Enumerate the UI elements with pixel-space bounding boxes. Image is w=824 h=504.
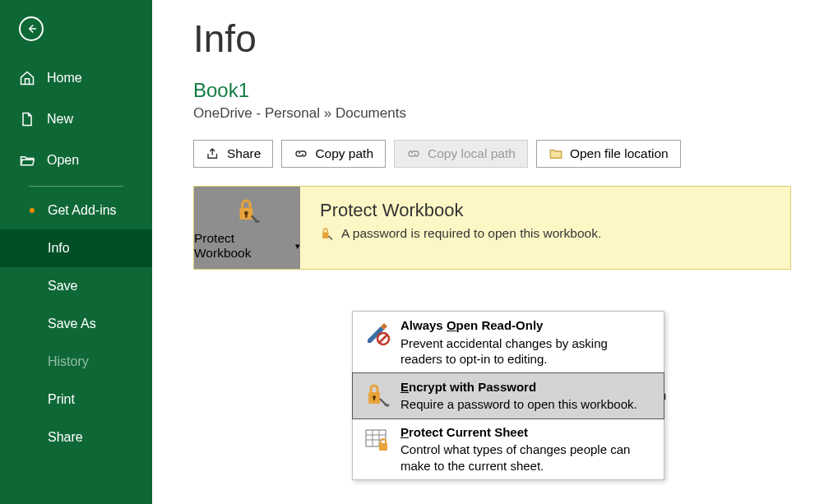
protect-workbook-dropdown: Always Open Read-Only Prevent accidental… <box>352 311 664 480</box>
lock-key-icon <box>364 381 391 408</box>
svg-rect-3 <box>322 233 329 239</box>
page-title: Info <box>193 16 791 61</box>
sidebar-item-label: Save As <box>48 317 96 331</box>
dropdown-item-title: Protect Current Sheet <box>400 424 652 441</box>
lock-key-icon <box>232 195 263 226</box>
arrow-left-icon <box>24 21 39 36</box>
sidebar-divider <box>29 186 123 187</box>
sidebar-item-label: Print <box>48 392 75 407</box>
sidebar-item-saveas[interactable]: Save As <box>0 305 152 343</box>
dropdown-item-encrypt[interactable]: Encrypt with Password Require a password… <box>352 372 664 419</box>
action-button-row: Share Copy path Copy local path Open fil… <box>193 140 791 168</box>
dropdown-item-desc: Prevent accidental changes by asking rea… <box>400 335 652 368</box>
sidebar-item-label: Info <box>48 241 70 256</box>
sidebar-item-addins[interactable]: Get Add-ins <box>0 192 152 229</box>
home-icon <box>19 70 35 86</box>
button-label: Copy path <box>315 146 373 161</box>
lock-key-small-icon <box>320 226 335 241</box>
sidebar-item-new[interactable]: New <box>0 99 152 140</box>
share-button[interactable]: Share <box>193 140 273 168</box>
protect-workbook-panel: Protect Workbook ▾ Protect Workbook A pa… <box>193 186 791 270</box>
link-icon <box>406 146 421 161</box>
button-label: Open file location <box>570 146 669 161</box>
document-icon <box>19 111 35 127</box>
dropdown-item-desc: Control what types of changes people can… <box>400 442 652 474</box>
sidebar-item-label: History <box>48 354 89 369</box>
dropdown-item-title: Encrypt with Password <box>400 379 637 395</box>
back-button[interactable] <box>19 16 44 41</box>
workbook-name: Book1 <box>193 79 791 102</box>
protect-workbook-button[interactable]: Protect Workbook ▾ <box>194 187 300 269</box>
main-content: Info Book1 OneDrive - Personal » Documen… <box>152 0 824 504</box>
svg-rect-2 <box>245 214 247 218</box>
sidebar-item-label: New <box>47 112 73 127</box>
sidebar-item-label: Save <box>48 279 77 294</box>
svg-rect-9 <box>379 443 387 451</box>
sidebar-item-history[interactable]: History <box>0 343 152 381</box>
dropdown-item-readonly[interactable]: Always Open Read-Only Prevent accidental… <box>353 312 664 373</box>
breadcrumb: OneDrive - Personal » Documents <box>193 105 791 122</box>
sidebar-item-print[interactable]: Print <box>0 381 152 418</box>
sidebar-item-save[interactable]: Save <box>0 267 152 305</box>
sidebar-item-info[interactable]: Info <box>0 229 152 267</box>
link-icon <box>294 146 308 161</box>
share-icon <box>206 146 220 161</box>
protect-title: Protect Workbook <box>320 200 601 221</box>
sidebar-item-label: Open <box>47 153 79 168</box>
dropdown-item-title: Always Open Read-Only <box>400 317 652 334</box>
svg-rect-7 <box>373 397 375 400</box>
sidebar-item-open[interactable]: Open <box>0 140 152 181</box>
sidebar: Home New Open Get Add-ins Info Save Save… <box>0 0 152 504</box>
sidebar-item-label: Share <box>48 430 83 445</box>
sidebar-item-home[interactable]: Home <box>0 58 152 99</box>
sidebar-item-label: Home <box>47 71 82 86</box>
sidebar-item-label: Get Add-ins <box>48 203 117 218</box>
copy-path-button[interactable]: Copy path <box>281 140 386 168</box>
protect-description: A password is required to open this work… <box>341 226 601 241</box>
dropdown-item-desc: Require a password to open this workbook… <box>400 396 637 413</box>
sheet-lock-icon <box>364 427 391 453</box>
folder-icon <box>549 146 563 161</box>
button-label: Share <box>227 146 261 161</box>
sidebar-item-share[interactable]: Share <box>0 418 152 456</box>
dropdown-item-protect-sheet[interactable]: Protect Current Sheet Control what types… <box>353 418 664 480</box>
folder-open-icon <box>19 152 35 169</box>
notification-dot-icon <box>30 208 35 213</box>
button-label: Protect Workbook <box>194 231 292 261</box>
button-label: Copy local path <box>428 146 516 161</box>
copy-local-path-button: Copy local path <box>394 140 528 168</box>
pencil-denied-icon <box>364 320 391 346</box>
protect-workbook-info: Protect Workbook A password is required … <box>300 187 621 269</box>
open-file-location-button[interactable]: Open file location <box>536 140 681 168</box>
